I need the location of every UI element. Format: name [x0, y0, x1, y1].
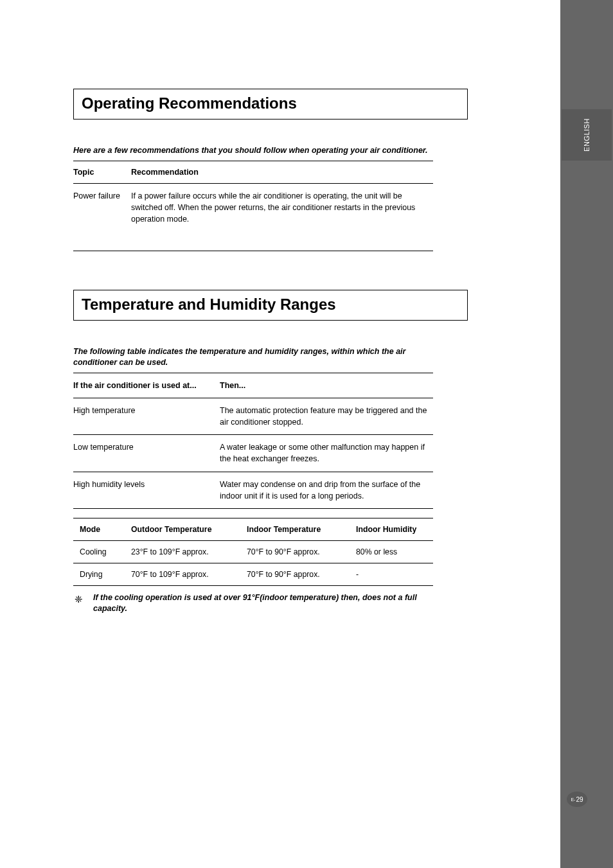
header-recommendation: Recommendation — [131, 161, 433, 183]
cell-outdoor: 23°F to 109°F approx. — [125, 540, 240, 563]
modes-table: Mode Outdoor Temperature Indoor Temperat… — [73, 518, 433, 586]
cell-indoor: 70°F to 90°F approx. — [240, 540, 350, 563]
table-row: Cooling 23°F to 109°F approx. 70°F to 90… — [73, 540, 433, 563]
header-indoor: Indoor Temperature — [240, 518, 350, 540]
cell-humidity: - — [350, 563, 433, 585]
table-row: High temperature The automatic protectio… — [73, 398, 433, 435]
table-header-row: Topic Recommendation — [73, 161, 433, 183]
table-row: Power failure If a power failure occurs … — [73, 183, 433, 251]
section-heading-temperature: Temperature and Humidity Ranges — [73, 290, 468, 321]
cell-then: Water may condense on and drip from the … — [220, 472, 433, 508]
header-condition: If the air conditioner is used at... — [73, 373, 220, 398]
page-number-prefix: E- — [571, 797, 575, 802]
cell-outdoor: 70°F to 109°F approx. — [125, 563, 240, 585]
section-heading-operating: Operating Recommendations — [73, 89, 468, 120]
table-row: Low temperature A water leakage or some … — [73, 435, 433, 472]
section2-intro: The following table indicates the temper… — [73, 346, 433, 369]
section1-intro: Here are a few recommendations that you … — [73, 145, 433, 157]
page-number-value: 29 — [576, 796, 583, 803]
header-humidity: Indoor Humidity — [350, 518, 433, 540]
header-mode: Mode — [73, 518, 125, 540]
cell-mode: Drying — [73, 563, 125, 585]
recommendations-table: Topic Recommendation Power failure If a … — [73, 161, 433, 251]
cell-recommendation: If a power failure occurs while the air … — [131, 183, 433, 251]
table-header-row: Mode Outdoor Temperature Indoor Temperat… — [73, 518, 433, 540]
cell-condition: High humidity levels — [73, 472, 220, 508]
page-content: Operating Recommendations Here are a few… — [73, 89, 472, 615]
header-then: Then... — [220, 373, 433, 398]
conditions-table: If the air conditioner is used at... The… — [73, 373, 433, 509]
cell-humidity: 80% or less — [350, 540, 433, 563]
table-header-row: If the air conditioner is used at... The… — [73, 373, 433, 398]
cell-condition: Low temperature — [73, 435, 220, 472]
language-tab-label: ENGLISH — [583, 118, 591, 152]
header-topic: Topic — [73, 161, 131, 183]
page-number-badge: E-29 — [567, 792, 587, 807]
footnote-text: If the cooling operation is used at over… — [93, 592, 433, 615]
header-outdoor: Outdoor Temperature — [125, 518, 240, 540]
cell-condition: High temperature — [73, 398, 220, 435]
cell-topic: Power failure — [73, 183, 131, 251]
cell-mode: Cooling — [73, 540, 125, 563]
cell-indoor: 70°F to 90°F approx. — [240, 563, 350, 585]
table-row: High humidity levels Water may condense … — [73, 472, 433, 508]
sidebar-strip: ENGLISH — [560, 0, 613, 868]
footnote: ❈ If the cooling operation is used at ov… — [73, 592, 433, 615]
language-tab: ENGLISH — [562, 109, 612, 161]
footnote-symbol: ❈ — [75, 592, 83, 606]
section2-heading-text: Temperature and Humidity Ranges — [82, 296, 336, 313]
cell-then: A water leakage or some other malfunctio… — [220, 435, 433, 472]
cell-then: The automatic protection feature may be … — [220, 398, 433, 435]
section1-heading-text: Operating Recommendations — [82, 94, 297, 112]
table-row: Drying 70°F to 109°F approx. 70°F to 90°… — [73, 563, 433, 585]
